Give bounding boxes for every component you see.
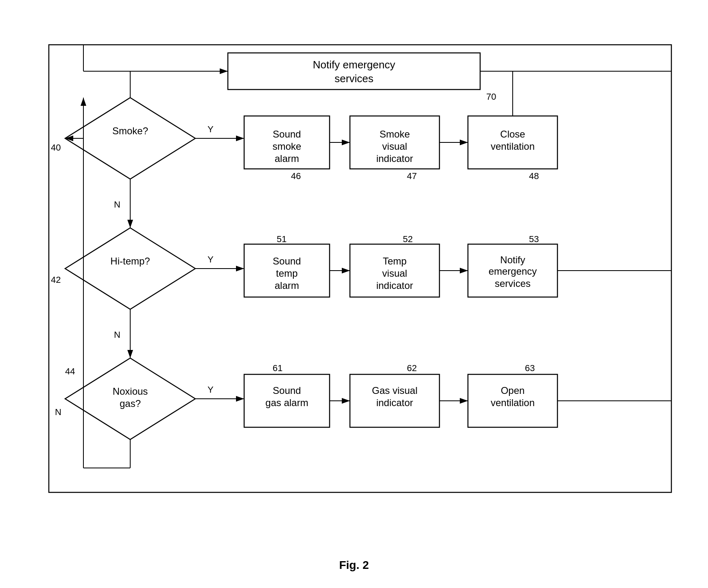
svg-text:smoke: smoke bbox=[273, 141, 302, 152]
svg-text:Notify emergency: Notify emergency bbox=[313, 59, 395, 71]
label-40: 40 bbox=[51, 142, 61, 153]
svg-text:Noxious: Noxious bbox=[113, 386, 148, 397]
svg-text:Open: Open bbox=[501, 385, 525, 396]
svg-text:visual: visual bbox=[382, 141, 407, 152]
svg-text:Temp: Temp bbox=[383, 256, 407, 267]
svg-text:Notify: Notify bbox=[500, 254, 525, 265]
svg-text:indicator: indicator bbox=[376, 280, 413, 291]
label-52: 52 bbox=[403, 234, 413, 244]
svg-text:N: N bbox=[114, 199, 120, 210]
svg-text:N: N bbox=[55, 407, 61, 417]
svg-text:ventilation: ventilation bbox=[491, 141, 535, 152]
svg-text:Y: Y bbox=[208, 385, 214, 395]
label-46: 46 bbox=[291, 171, 301, 181]
svg-text:emergency: emergency bbox=[489, 266, 537, 277]
svg-text:visual: visual bbox=[382, 268, 407, 279]
svg-text:services: services bbox=[334, 72, 373, 85]
svg-text:Smoke: Smoke bbox=[380, 129, 410, 140]
svg-text:alarm: alarm bbox=[275, 280, 299, 291]
svg-text:N: N bbox=[114, 330, 120, 340]
svg-text:indicator: indicator bbox=[376, 397, 413, 408]
svg-text:Gas visual: Gas visual bbox=[372, 385, 417, 396]
label-51: 51 bbox=[277, 234, 286, 244]
label-63: 63 bbox=[525, 363, 535, 373]
svg-text:Y: Y bbox=[208, 254, 214, 264]
svg-marker-7 bbox=[65, 228, 195, 309]
svg-text:gas alarm: gas alarm bbox=[265, 397, 308, 408]
label-70: 70 bbox=[486, 92, 496, 102]
flowchart-diagram: Notify emergency services 70 Smoke? 40 H… bbox=[24, 20, 684, 541]
svg-text:alarm: alarm bbox=[275, 153, 299, 164]
label-44: 44 bbox=[65, 366, 75, 376]
label-42: 42 bbox=[51, 275, 61, 285]
svg-text:services: services bbox=[495, 278, 531, 289]
label-47: 47 bbox=[407, 171, 417, 181]
svg-text:Y: Y bbox=[208, 124, 214, 134]
svg-text:Sound: Sound bbox=[273, 129, 301, 140]
svg-marker-5 bbox=[65, 98, 195, 179]
label-53: 53 bbox=[529, 234, 539, 244]
svg-text:temp: temp bbox=[276, 268, 297, 279]
figure-caption: Fig. 2 bbox=[339, 559, 369, 572]
svg-text:Sound: Sound bbox=[273, 256, 301, 267]
label-48: 48 bbox=[529, 171, 539, 181]
label-61: 61 bbox=[273, 363, 282, 373]
svg-text:ventilation: ventilation bbox=[491, 397, 535, 408]
svg-text:Close: Close bbox=[500, 129, 525, 140]
svg-text:gas?: gas? bbox=[120, 398, 141, 409]
svg-text:Hi-temp?: Hi-temp? bbox=[110, 256, 150, 267]
svg-text:Smoke?: Smoke? bbox=[112, 125, 148, 136]
label-62: 62 bbox=[407, 363, 417, 373]
svg-text:indicator: indicator bbox=[376, 153, 413, 164]
svg-text:Sound: Sound bbox=[273, 385, 301, 396]
